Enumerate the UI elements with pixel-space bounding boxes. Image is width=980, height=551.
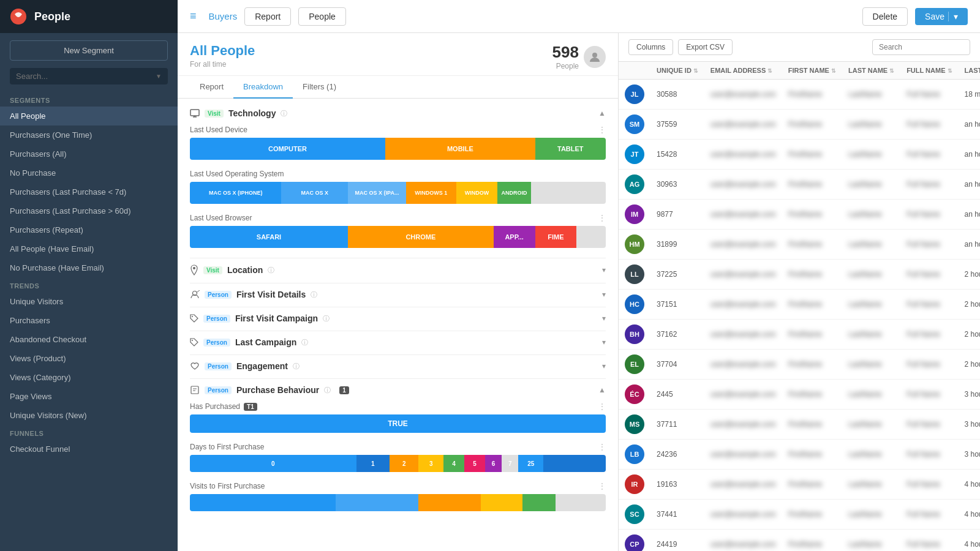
sidebar-item-purchasers-(all)[interactable]: Purchasers (All) xyxy=(0,144,178,163)
table-search-input[interactable] xyxy=(872,39,970,55)
sidebar-search[interactable]: ▼ xyxy=(10,68,168,84)
days-more-icon[interactable]: ⋮ xyxy=(598,443,606,451)
os-bar-segment: MAC OS X (IPHONE) xyxy=(190,182,281,204)
table-cell-firstname: FirstName xyxy=(782,80,842,110)
table-row[interactable]: SC37441user@example.comFirstNameLastName… xyxy=(619,500,980,530)
columns-button[interactable]: Columns xyxy=(628,39,673,55)
table-row[interactable]: EL37704user@example.comFirstNameLastName… xyxy=(619,350,980,380)
sidebar-search-input[interactable] xyxy=(16,72,156,81)
sidebar-item-trend-abandoned-checkout[interactable]: Abandoned Checkout xyxy=(0,330,178,349)
table-row[interactable]: JT15428user@example.comFirstNameLastName… xyxy=(619,140,980,170)
menu-icon[interactable]: ≡ xyxy=(190,10,197,23)
location-section: Visit Location ⓘ ▾ xyxy=(190,258,606,276)
table-cell-lastseen: 4 hours ago xyxy=(959,530,981,552)
sidebar-item-purchasers-(one-time)[interactable]: Purchasers (One Time) xyxy=(0,126,178,144)
trends-section-title: TRENDS xyxy=(0,277,178,292)
table-header-last-name[interactable]: LAST NAME⇅ xyxy=(842,62,900,80)
technology-section-header[interactable]: Visit Technology ⓘ ▲ xyxy=(190,108,606,118)
topbar: ≡ Buyers Report People Delete Save ▾ xyxy=(178,0,980,33)
table-header-first-name[interactable]: FIRST NAME⇅ xyxy=(782,62,842,80)
sidebar-item-no-purchase[interactable]: No Purchase xyxy=(0,163,178,182)
has-purchased-more-icon[interactable]: ⋮ xyxy=(598,402,606,411)
right-toolbar: Columns Export CSV xyxy=(619,33,980,62)
table-cell-email: user@example.com xyxy=(704,500,782,530)
first-visit-chevron-icon[interactable]: ▾ xyxy=(602,290,606,299)
visits-bar-segment xyxy=(336,494,419,511)
location-chevron-icon[interactable]: ▾ xyxy=(602,266,606,274)
tab-breakdown[interactable]: Breakdown xyxy=(233,76,293,99)
visits-more-icon[interactable]: ⋮ xyxy=(598,482,606,490)
people-count: 598 xyxy=(552,43,579,62)
delete-button[interactable]: Delete xyxy=(862,7,908,26)
avatar: MS xyxy=(625,414,644,434)
browser-more-icon[interactable]: ⋮ xyxy=(598,214,606,222)
table-row[interactable]: BH37162user@example.comFirstNameLastName… xyxy=(619,320,980,350)
engagement-section-header[interactable]: Person Engagement ⓘ ▾ xyxy=(190,354,606,371)
table-row[interactable]: IR19163user@example.comFirstNameLastName… xyxy=(619,470,980,500)
table-row[interactable]: HM31899user@example.comFirstNameLastName… xyxy=(619,230,980,260)
table-header-email-address[interactable]: EMAIL ADDRESS⇅ xyxy=(704,62,782,80)
purchase-section-header[interactable]: Person Purchase Behaviour ⓘ 1 ▲ xyxy=(190,378,606,395)
table-header-unique-id[interactable]: UNIQUE ID⇅ xyxy=(650,62,704,80)
logo-icon xyxy=(10,8,27,25)
sidebar-item-trend-purchasers[interactable]: Purchasers xyxy=(0,311,178,330)
table-cell-lastseen: 2 hours ago xyxy=(959,260,981,290)
sidebar-item-trend-unique-visitors-(new)[interactable]: Unique Visitors (New) xyxy=(0,406,178,425)
people-button[interactable]: People xyxy=(298,7,346,26)
monitor-icon xyxy=(190,109,200,118)
table-row[interactable]: IM9877user@example.comFirstNameLastNameF… xyxy=(619,200,980,230)
last-campaign-chevron-icon[interactable]: ▾ xyxy=(602,338,606,347)
new-segment-button[interactable]: New Segment xyxy=(10,40,168,61)
first-visit-section-header[interactable]: Person First Visit Details ⓘ ▾ xyxy=(190,283,606,299)
tab-report[interactable]: Report xyxy=(190,76,233,99)
table-cell-lastname: LastName xyxy=(842,110,900,140)
device-more-icon[interactable]: ⋮ xyxy=(598,126,606,134)
report-button[interactable]: Report xyxy=(244,7,291,26)
table-cell-fullname: Full Name xyxy=(900,170,958,200)
table-row[interactable]: JL30588user@example.comFirstNameLastName… xyxy=(619,80,980,110)
table-row[interactable]: CP24419user@example.comFirstNameLastName… xyxy=(619,530,980,552)
table-cell-id: 19163 xyxy=(650,470,704,500)
save-dropdown-arrow[interactable]: ▾ xyxy=(948,12,958,21)
table-cell-fullname: Full Name xyxy=(900,470,958,500)
table-header-full-name[interactable]: FULL NAME⇅ xyxy=(900,62,958,80)
tab-filters-(1)[interactable]: Filters (1) xyxy=(293,76,346,99)
table-cell-avatar: SM xyxy=(619,110,650,140)
table-cell-id: 37559 xyxy=(650,110,704,140)
table-row[interactable]: AG30963user@example.comFirstNameLastName… xyxy=(619,170,980,200)
export-csv-button[interactable]: Export CSV xyxy=(678,39,733,55)
table-cell-lastname: LastName xyxy=(842,140,900,170)
table-cell-lastname: LastName xyxy=(842,530,900,552)
buyers-link[interactable]: Buyers xyxy=(209,11,238,21)
sidebar-item-all-people[interactable]: All People xyxy=(0,107,178,126)
table-row[interactable]: ÉC2445user@example.comFirstNameLastNameF… xyxy=(619,380,980,410)
sidebar-item-trend-page-views[interactable]: Page Views xyxy=(0,387,178,406)
table-cell-id: 37711 xyxy=(650,410,704,440)
sidebar-item-funnel-checkout-funnel[interactable]: Checkout Funnel xyxy=(0,440,178,459)
sidebar-item-trend-views-(category)[interactable]: Views (Category) xyxy=(0,368,178,387)
location-section-header[interactable]: Visit Location ⓘ ▾ xyxy=(190,258,606,276)
browser-label: Last Used Browser ⋮ xyxy=(190,214,606,222)
sidebar-item-trend-views-(product)[interactable]: Views (Product) xyxy=(0,349,178,368)
table-row[interactable]: SM37559user@example.comFirstNameLastName… xyxy=(619,110,980,140)
funnels-list: Checkout Funnel xyxy=(0,440,178,459)
first-campaign-chevron-icon[interactable]: ▾ xyxy=(602,314,606,323)
browser-subsection: Last Used Browser ⋮ SAFARICHROMEAPP...FI… xyxy=(190,214,606,248)
sidebar-item-trend-unique-visitors[interactable]: Unique Visitors xyxy=(0,292,178,311)
engagement-chevron-icon[interactable]: ▾ xyxy=(602,362,606,370)
table-row[interactable]: LB24236user@example.comFirstNameLastName… xyxy=(619,440,980,470)
table-row[interactable]: LL37225user@example.comFirstNameLastName… xyxy=(619,260,980,290)
first-campaign-section-header[interactable]: Person First Visit Campaign ⓘ ▾ xyxy=(190,307,606,323)
sidebar-item-purchasers-(last-purchase->-60d)[interactable]: Purchasers (Last Purchase > 60d) xyxy=(0,201,178,220)
purchase-chevron-icon[interactable]: ▲ xyxy=(598,386,606,394)
table-row[interactable]: MS37711user@example.comFirstNameLastName… xyxy=(619,410,980,440)
last-campaign-section-header[interactable]: Person Last Campaign ⓘ ▾ xyxy=(190,331,606,347)
sidebar-item-purchasers-(repeat)[interactable]: Purchasers (Repeat) xyxy=(0,220,178,239)
sidebar-item-all-people-(have-email)[interactable]: All People (Have Email) xyxy=(0,239,178,258)
save-button[interactable]: Save ▾ xyxy=(915,8,968,25)
table-header-last-seen[interactable]: LAST SEEN⇅ xyxy=(959,62,981,80)
sidebar-item-purchasers-(last-purchase-<-7d)[interactable]: Purchasers (Last Purchase < 7d) xyxy=(0,182,178,201)
sidebar-item-no-purchase-(have-email)[interactable]: No Purchase (Have Email) xyxy=(0,258,178,277)
technology-chevron-icon[interactable]: ▲ xyxy=(598,109,606,118)
table-row[interactable]: HC37151user@example.comFirstNameLastName… xyxy=(619,290,980,320)
